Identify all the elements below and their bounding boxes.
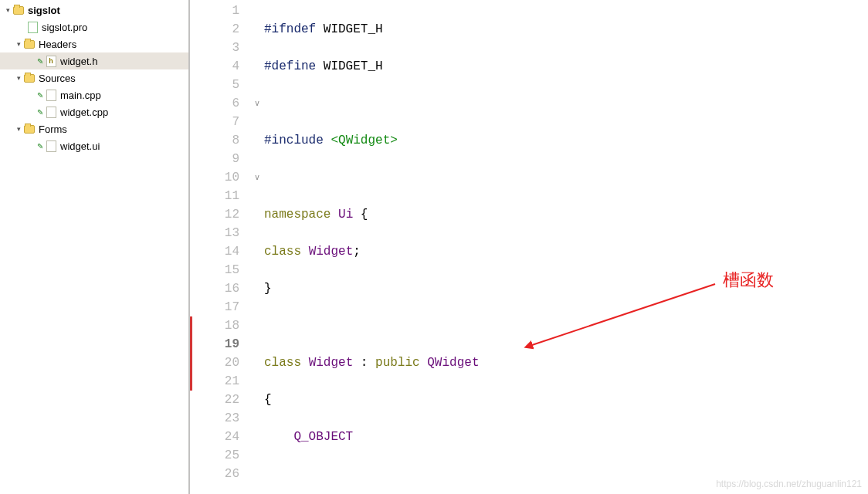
project-tree[interactable]: ▾ sigslot sigslot.pro ▾ Headers ✎ h widg… [0,0,190,494]
ui-file-icon [45,140,57,152]
tree-sources-folder[interactable]: ▾ Sources [0,69,188,86]
tree-label: widget.cpp [60,107,108,118]
chevron-down-icon[interactable]: ▾ [14,39,23,49]
edit-icon: ✎ [37,142,43,151]
tree-pro-file[interactable]: sigslot.pro [0,19,188,36]
chevron-down-icon[interactable]: ▾ [14,73,23,83]
folder-icon [23,123,36,135]
code-line[interactable]: class Widget : public QWidget [264,354,868,372]
tree-forms-folder[interactable]: ▾ Forms [0,120,188,137]
tree-label: Forms [39,124,67,135]
tree-label: main.cpp [60,90,101,101]
fold-column[interactable]: vv [250,0,264,494]
cpp-file-icon [45,89,57,101]
code-line[interactable]: #ifndef WIDGET_H [264,20,868,39]
code-line[interactable]: { [264,391,868,409]
tree-widget-h[interactable]: ✎ h widget.h [0,52,188,69]
folder-icon [23,72,36,84]
tree-label: sigslot [28,5,60,16]
code-line[interactable]: Q_OBJECT [264,428,868,446]
chevron-down-icon[interactable]: ▾ [3,5,12,15]
cpp-file-icon [45,106,57,118]
edit-icon: ✎ [37,57,43,66]
tree-widget-ui[interactable]: ✎ widget.ui [0,137,188,154]
tree-label: Headers [39,39,76,50]
code-line[interactable] [264,316,868,335]
code-line[interactable]: class Widget; [264,242,868,261]
tree-label: Sources [39,73,76,84]
folder-icon [12,4,25,16]
edit-icon: ✎ [37,91,43,100]
code-line[interactable] [264,94,868,113]
tree-label: sigslot.pro [42,22,87,33]
header-file-icon: h [45,55,57,67]
code-area[interactable]: #ifndef WIDGET_H #define WIDGET_H #inclu… [264,0,868,494]
line-number-gutter: 1234567891011121314151617181920212223242… [190,0,250,494]
tree-main-cpp[interactable]: ✎ main.cpp [0,86,188,103]
edit-icon: ✎ [37,108,43,117]
chevron-down-icon[interactable]: ▾ [14,124,23,134]
folder-icon [23,38,36,50]
tree-widget-cpp[interactable]: ✎ widget.cpp [0,103,188,120]
code-editor[interactable]: 1234567891011121314151617181920212223242… [190,0,868,494]
code-line[interactable]: } [264,279,868,298]
code-line[interactable]: #define WIDGET_H [264,57,868,76]
code-line[interactable]: namespace Ui { [264,205,868,224]
tree-root[interactable]: ▾ sigslot [0,2,188,19]
tree-label: widget.ui [60,140,100,152]
code-line[interactable]: #include <QWidget> [264,131,868,150]
watermark: https://blog.csdn.net/zhuguanlin121 [716,479,862,489]
tree-headers-folder[interactable]: ▾ Headers [0,36,188,52]
tree-label: widget.h [60,56,97,67]
annotation-label: 槽函数 [723,269,774,292]
code-line[interactable] [264,168,868,187]
pro-file-icon [26,21,39,33]
